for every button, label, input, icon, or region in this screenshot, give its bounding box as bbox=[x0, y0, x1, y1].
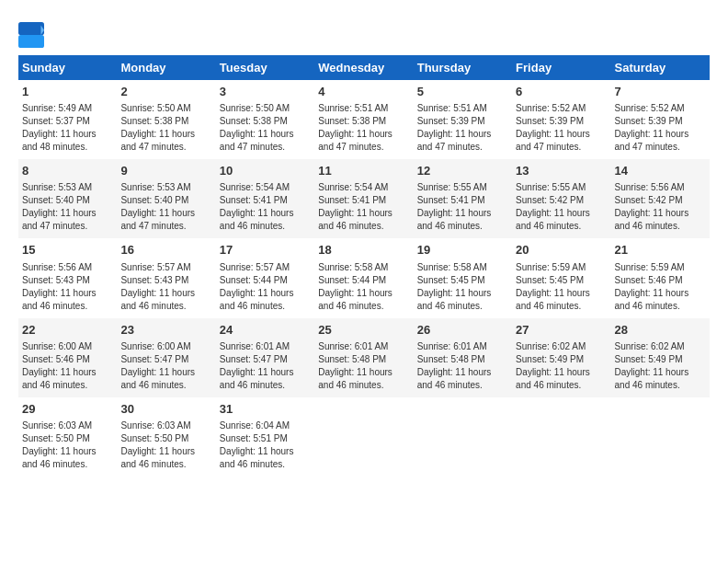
day-info-line: Sunset: 5:38 PM bbox=[220, 115, 311, 128]
day-number: 29 bbox=[22, 401, 113, 418]
day-info-line: and 46 minutes. bbox=[318, 379, 409, 392]
calendar-cell: 8Sunrise: 5:53 AMSunset: 5:40 PMDaylight… bbox=[18, 159, 117, 238]
day-info-line: and 46 minutes. bbox=[22, 458, 113, 471]
day-info-line: and 46 minutes. bbox=[220, 300, 311, 313]
day-info-line: Sunrise: 5:53 AM bbox=[22, 181, 113, 194]
day-info-line: Sunset: 5:41 PM bbox=[318, 194, 409, 207]
day-number: 16 bbox=[120, 242, 211, 259]
header-day-thursday: Thursday bbox=[414, 55, 512, 80]
calendar-cell: 10Sunrise: 5:54 AMSunset: 5:41 PMDayligh… bbox=[216, 159, 314, 238]
day-info-line: Sunset: 5:39 PM bbox=[516, 115, 607, 128]
calendar-cell: 29Sunrise: 6:03 AMSunset: 5:50 PMDayligh… bbox=[18, 397, 117, 477]
calendar-cell: 17Sunrise: 5:57 AMSunset: 5:44 PMDayligh… bbox=[216, 238, 314, 317]
header-day-sunday: Sunday bbox=[18, 55, 117, 80]
day-info-line: Daylight: 11 hours bbox=[417, 128, 508, 141]
day-info-line: Daylight: 11 hours bbox=[120, 445, 211, 458]
day-number: 27 bbox=[516, 322, 607, 339]
day-number: 4 bbox=[318, 84, 409, 100]
calendar-header: SundayMondayTuesdayWednesdayThursdayFrid… bbox=[18, 55, 710, 80]
svg-rect-0 bbox=[18, 22, 44, 35]
calendar-cell: 6Sunrise: 5:52 AMSunset: 5:39 PMDaylight… bbox=[512, 80, 610, 159]
day-info-line: Sunset: 5:47 PM bbox=[120, 353, 211, 366]
day-info-line: and 47 minutes. bbox=[120, 141, 211, 154]
header-day-friday: Friday bbox=[512, 55, 610, 80]
day-info-line: Sunrise: 5:55 AM bbox=[516, 181, 607, 194]
day-info-line: Sunset: 5:42 PM bbox=[516, 194, 607, 207]
day-info-line: and 46 minutes. bbox=[120, 300, 211, 313]
day-info-line: Sunrise: 5:51 AM bbox=[318, 102, 409, 115]
day-info-line: and 46 minutes. bbox=[417, 379, 508, 392]
day-info-line: Daylight: 11 hours bbox=[318, 207, 409, 220]
day-info-line: and 46 minutes. bbox=[318, 300, 409, 313]
week-row-5: 29Sunrise: 6:03 AMSunset: 5:50 PMDayligh… bbox=[18, 397, 710, 477]
day-info-line: Daylight: 11 hours bbox=[516, 366, 607, 379]
day-info-line: Sunset: 5:44 PM bbox=[318, 274, 409, 287]
day-info-line: Sunset: 5:48 PM bbox=[417, 353, 508, 366]
day-info-line: Daylight: 11 hours bbox=[22, 207, 113, 220]
day-info-line: Sunrise: 6:02 AM bbox=[516, 340, 607, 353]
day-info-line: and 46 minutes. bbox=[22, 379, 113, 392]
day-info-line: Sunrise: 5:57 AM bbox=[220, 261, 311, 274]
day-number: 13 bbox=[516, 163, 607, 179]
day-number: 30 bbox=[120, 401, 211, 418]
day-info-line: Sunset: 5:40 PM bbox=[22, 194, 113, 207]
day-info-line: Daylight: 11 hours bbox=[22, 287, 113, 300]
day-info-line: Sunrise: 5:56 AM bbox=[22, 261, 113, 274]
day-info-line: and 46 minutes. bbox=[615, 300, 706, 313]
calendar-cell: 15Sunrise: 5:56 AMSunset: 5:43 PMDayligh… bbox=[18, 238, 117, 317]
day-info-line: and 46 minutes. bbox=[615, 220, 706, 233]
day-number: 26 bbox=[417, 322, 508, 339]
day-info-line: Sunset: 5:40 PM bbox=[120, 194, 211, 207]
header-day-monday: Monday bbox=[117, 55, 215, 80]
day-number: 5 bbox=[417, 84, 508, 100]
day-number: 10 bbox=[220, 163, 311, 179]
day-info-line: Sunset: 5:49 PM bbox=[615, 353, 706, 366]
day-info-line: Daylight: 11 hours bbox=[120, 207, 211, 220]
day-info-line: Sunrise: 6:02 AM bbox=[615, 340, 706, 353]
day-info-line: Sunrise: 6:03 AM bbox=[120, 419, 211, 432]
day-info-line: Sunrise: 5:54 AM bbox=[318, 181, 409, 194]
day-info-line: Sunset: 5:46 PM bbox=[22, 353, 113, 366]
day-info-line: Sunrise: 6:00 AM bbox=[120, 340, 211, 353]
day-info-line: Sunset: 5:45 PM bbox=[516, 274, 607, 287]
calendar-cell: 21Sunrise: 5:59 AMSunset: 5:46 PMDayligh… bbox=[611, 238, 710, 317]
day-number: 25 bbox=[318, 322, 409, 339]
day-info-line: Sunrise: 5:51 AM bbox=[417, 102, 508, 115]
week-row-3: 15Sunrise: 5:56 AMSunset: 5:43 PMDayligh… bbox=[18, 238, 710, 317]
calendar-cell: 11Sunrise: 5:54 AMSunset: 5:41 PMDayligh… bbox=[314, 159, 413, 238]
day-info-line: Sunrise: 5:56 AM bbox=[615, 181, 706, 194]
calendar-cell: 12Sunrise: 5:55 AMSunset: 5:41 PMDayligh… bbox=[414, 159, 512, 238]
day-info-line: Daylight: 11 hours bbox=[22, 445, 113, 458]
day-number: 17 bbox=[220, 242, 311, 259]
day-number: 19 bbox=[417, 242, 508, 259]
day-info-line: Sunset: 5:45 PM bbox=[417, 274, 508, 287]
day-info-line: and 46 minutes. bbox=[417, 300, 508, 313]
day-info-line: Sunset: 5:41 PM bbox=[417, 194, 508, 207]
calendar-cell: 31Sunrise: 6:04 AMSunset: 5:51 PMDayligh… bbox=[216, 397, 314, 477]
week-row-4: 22Sunrise: 6:00 AMSunset: 5:46 PMDayligh… bbox=[18, 318, 710, 397]
day-info-line: Daylight: 11 hours bbox=[22, 128, 113, 141]
day-info-line: and 48 minutes. bbox=[22, 141, 113, 154]
day-info-line: Sunset: 5:44 PM bbox=[220, 274, 311, 287]
svg-rect-1 bbox=[18, 35, 44, 48]
day-info-line: Daylight: 11 hours bbox=[120, 128, 211, 141]
page-header bbox=[18, 18, 710, 48]
header-row: SundayMondayTuesdayWednesdayThursdayFrid… bbox=[18, 55, 710, 80]
day-number: 15 bbox=[22, 242, 113, 259]
day-info-line: Sunrise: 6:01 AM bbox=[318, 340, 409, 353]
calendar-cell: 3Sunrise: 5:50 AMSunset: 5:38 PMDaylight… bbox=[216, 80, 314, 159]
day-info-line: Sunrise: 5:54 AM bbox=[220, 181, 311, 194]
day-info-line: Sunset: 5:37 PM bbox=[22, 115, 113, 128]
day-info-line: Sunrise: 5:57 AM bbox=[120, 261, 211, 274]
day-info-line: Daylight: 11 hours bbox=[615, 287, 706, 300]
day-info-line: and 46 minutes. bbox=[22, 300, 113, 313]
calendar-cell bbox=[414, 397, 512, 477]
calendar-cell: 13Sunrise: 5:55 AMSunset: 5:42 PMDayligh… bbox=[512, 159, 610, 238]
header-day-wednesday: Wednesday bbox=[314, 55, 413, 80]
calendar-cell: 1Sunrise: 5:49 AMSunset: 5:37 PMDaylight… bbox=[18, 80, 117, 159]
day-number: 18 bbox=[318, 242, 409, 259]
day-info-line: Daylight: 11 hours bbox=[318, 366, 409, 379]
day-number: 20 bbox=[516, 242, 607, 259]
calendar-cell: 4Sunrise: 5:51 AMSunset: 5:38 PMDaylight… bbox=[314, 80, 413, 159]
calendar-cell: 7Sunrise: 5:52 AMSunset: 5:39 PMDaylight… bbox=[611, 80, 710, 159]
